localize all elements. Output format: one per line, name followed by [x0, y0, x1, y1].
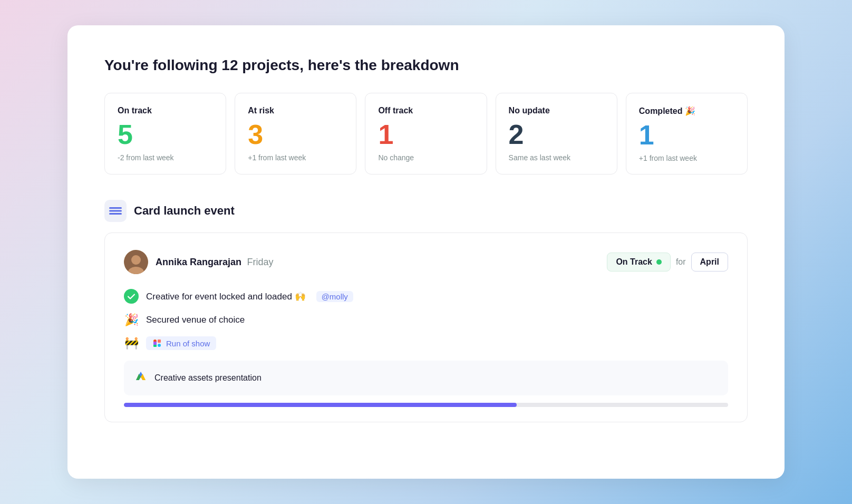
stat-change-on-track: -2 from last week: [118, 153, 213, 162]
party-emoji: 🎉: [124, 313, 139, 327]
list-item: 🎉 Secured venue of choice: [124, 313, 728, 327]
section-icon: [104, 200, 127, 222]
stats-row: On track 5 -2 from last week At risk 3 +…: [104, 93, 748, 175]
month-badge[interactable]: April: [691, 253, 728, 272]
stat-card-no-update[interactable]: No update 2 Same as last week: [496, 93, 617, 175]
stat-change-at-risk: +1 from last week: [248, 153, 343, 162]
construction-emoji: 🚧: [124, 336, 139, 350]
stat-card-off-track[interactable]: Off track 1 No change: [365, 93, 487, 175]
stat-number-off-track: 1: [378, 121, 473, 148]
gdrive-icon: [134, 370, 147, 386]
progress-bar-fill: [124, 403, 517, 407]
main-card: You're following 12 projects, here's the…: [67, 25, 785, 479]
stat-label-no-update: No update: [509, 106, 604, 115]
check-icon: [124, 289, 139, 304]
update-items: Creative for event locked and loaded 🙌 @…: [124, 289, 728, 350]
svg-rect-0: [109, 207, 122, 209]
svg-rect-2: [109, 213, 122, 215]
month-label: April: [700, 257, 719, 266]
svg-point-10: [158, 344, 161, 347]
stat-label-on-track: On track: [118, 106, 213, 115]
stat-change-no-update: Same as last week: [509, 153, 604, 162]
stat-change-completed: +1 from last week: [639, 154, 734, 162]
item-text-1: Creative for event locked and loaded 🙌: [146, 291, 306, 302]
for-text: for: [676, 257, 686, 267]
avatar: [124, 250, 148, 274]
author-day: Friday: [247, 257, 274, 267]
on-track-badge[interactable]: On Track: [607, 253, 670, 272]
stat-label-off-track: Off track: [378, 106, 473, 115]
stat-card-completed[interactable]: Completed 🎉 1 +1 from last week: [626, 93, 748, 175]
stat-card-on-track[interactable]: On track 5 -2 from last week: [104, 93, 226, 175]
stat-number-completed: 1: [639, 121, 734, 149]
run-of-show-link[interactable]: Run of show: [146, 336, 216, 350]
author-info: Annika Rangarajan Friday: [156, 257, 274, 268]
update-card: Annika Rangarajan Friday On Track for Ap…: [104, 232, 748, 422]
link-label: Run of show: [166, 339, 210, 348]
author-name: Annika Rangarajan: [156, 257, 241, 267]
mention-tag[interactable]: @molly: [316, 291, 353, 302]
progress-bar-container: [124, 403, 728, 407]
svg-rect-1: [109, 210, 122, 212]
sub-card[interactable]: Creative assets presentation: [124, 361, 728, 395]
page-title: You're following 12 projects, here's the…: [104, 57, 748, 74]
update-header: Annika Rangarajan Friday On Track for Ap…: [124, 250, 728, 274]
list-item: Creative for event locked and loaded 🙌 @…: [124, 289, 728, 304]
svg-rect-8: [158, 340, 161, 343]
list-item: 🚧 Run of show: [124, 336, 728, 350]
stat-change-off-track: No change: [378, 153, 473, 162]
stat-number-no-update: 2: [509, 121, 604, 148]
svg-rect-11: [153, 342, 157, 345]
section-header: Card launch event: [104, 200, 748, 222]
stat-label-completed: Completed 🎉: [639, 106, 734, 116]
sub-card-title: Creative assets presentation: [154, 373, 262, 383]
stat-number-at-risk: 3: [248, 121, 343, 148]
stat-label-at-risk: At risk: [248, 106, 343, 115]
svg-point-6: [132, 256, 140, 264]
stat-card-at-risk[interactable]: At risk 3 +1 from last week: [235, 93, 356, 175]
section-title: Card launch event: [134, 204, 235, 218]
stat-number-on-track: 5: [118, 121, 213, 148]
status-dot: [656, 259, 662, 265]
figma-icon: [152, 338, 162, 348]
status-area: On Track for April: [607, 253, 728, 272]
item-text-2: Secured venue of choice: [146, 315, 245, 325]
status-label: On Track: [616, 257, 652, 267]
update-author: Annika Rangarajan Friday: [124, 250, 274, 274]
